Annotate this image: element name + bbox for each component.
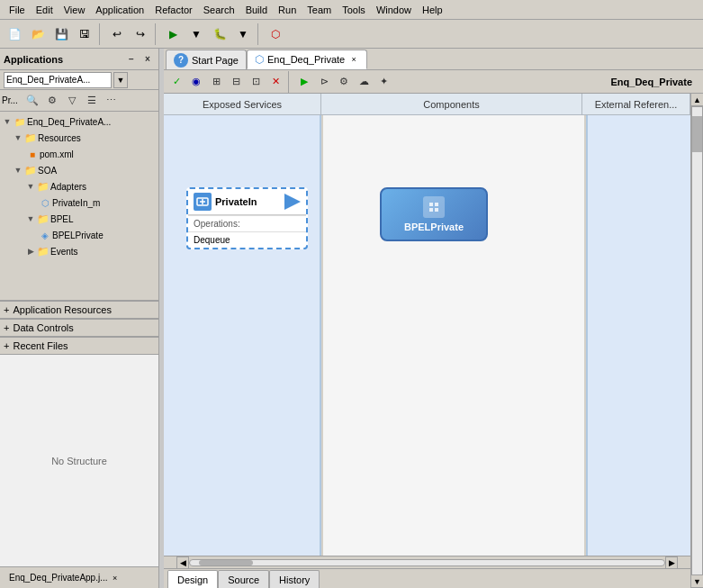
svg-rect-6 <box>435 208 438 212</box>
tree-item-adapters[interactable]: ▼ 📁 Adapters <box>0 178 158 194</box>
compare2-btn[interactable]: ⊡ <box>247 73 265 91</box>
applications-title: Applications <box>4 54 63 65</box>
v-scrollbar-thumb[interactable] <box>692 116 702 152</box>
wifi-btn[interactable]: ◉ <box>187 73 205 91</box>
tree-pom-label: pom.xml <box>40 149 74 159</box>
run-flow-btn[interactable]: ▶ <box>295 73 313 91</box>
debug-btn[interactable]: 🐛 <box>209 23 230 45</box>
tree-view: ▼ 📁 Enq_Deq_PrivateA... ▼ 📁 Resources ■ … <box>0 112 158 300</box>
toggle-bpel[interactable]: ▼ <box>25 213 36 224</box>
save-all-btn[interactable]: 🖫 <box>74 23 95 45</box>
tree-resources-label: Resources <box>38 133 81 143</box>
no-structure-text: No Structure <box>51 456 107 466</box>
scroll-left-btn[interactable]: ◀ <box>176 556 189 569</box>
toggle-events[interactable]: ▶ <box>25 246 36 257</box>
tree-item-bpelprivate[interactable]: ◈ BPELPrivate <box>0 227 158 243</box>
deploy-btn[interactable]: ⬡ <box>265 23 286 45</box>
debug-dropdown-btn[interactable]: ▼ <box>232 23 254 45</box>
tree-item-pom[interactable]: ■ pom.xml <box>0 146 158 162</box>
menu-team[interactable]: Team <box>302 3 337 17</box>
menu-view[interactable]: View <box>59 3 91 17</box>
tree-item-events[interactable]: ▶ 📁 Events <box>0 243 158 259</box>
tree-more-btn[interactable]: ⋯ <box>103 92 121 110</box>
toggle-resources[interactable]: ▼ <box>13 132 23 143</box>
tree-layout-btn[interactable]: ☰ <box>83 92 101 110</box>
app-resources-header[interactable]: + Application Resources <box>0 301 158 319</box>
star-btn[interactable]: ✦ <box>374 73 392 91</box>
tab-source[interactable]: Source <box>218 570 269 588</box>
app-dropdown[interactable]: Enq_Deq_PrivateA... <box>4 72 112 88</box>
menu-window[interactable]: Window <box>371 3 417 17</box>
menu-edit[interactable]: Edit <box>31 3 59 17</box>
app-dropdown-arrow[interactable]: ▼ <box>113 72 128 88</box>
recent-files-header[interactable]: + Recent Files <box>0 337 158 355</box>
menu-tools[interactable]: Tools <box>337 3 371 17</box>
tree-item-bpel[interactable]: ▼ 📁 BPEL <box>0 211 158 227</box>
tree-settings-btn[interactable]: ⚙ <box>43 92 61 110</box>
privatein-arrow-btn[interactable] <box>284 194 301 210</box>
tab-history[interactable]: History <box>269 570 320 588</box>
data-controls-header[interactable]: + Data Controls <box>0 319 158 337</box>
validate-btn[interactable]: ✓ <box>167 73 185 91</box>
settings2-btn[interactable]: ⚙ <box>335 73 353 91</box>
toggle-root[interactable]: ▼ <box>2 116 13 127</box>
tree-events-label: Events <box>50 247 78 257</box>
enq-deq-tab-label: Enq_Deq_Private <box>267 54 345 65</box>
exposed-services-section <box>164 115 321 556</box>
tree-search-btn[interactable]: 🔍 <box>23 92 41 110</box>
tree-adapters-label: Adapters <box>50 182 86 192</box>
minimize-apps-btn[interactable]: − <box>124 52 139 67</box>
forward-btn[interactable]: ↪ <box>130 23 151 45</box>
delete-btn[interactable]: ✕ <box>266 73 284 91</box>
menu-refactor[interactable]: Refactor <box>149 3 198 17</box>
run-green-btn[interactable]: ▶ <box>162 23 184 45</box>
scroll-down-btn[interactable]: ▼ <box>691 575 704 588</box>
bpel-component[interactable]: BPELPrivate <box>380 187 488 241</box>
toggle-soa[interactable]: ▼ <box>13 165 23 176</box>
scroll-up-btn[interactable]: ▲ <box>691 94 704 106</box>
tab-enq-deq[interactable]: ⬡ Enq_Deq_Private × <box>247 50 367 69</box>
close-apps-btn[interactable]: × <box>140 52 155 67</box>
h-scrollbar-track[interactable] <box>189 559 665 566</box>
app-selector: Enq_Deq_PrivateA... ▼ <box>0 70 158 90</box>
canvas-content[interactable]: PrivateIn Operations: Dequeue <box>164 115 690 556</box>
new-btn[interactable]: 📄 <box>4 23 25 45</box>
tab-start-page[interactable]: ? Start Page <box>166 50 247 69</box>
tab-source-label: Source <box>228 574 259 585</box>
file-tab-enqdeq[interactable]: Enq_Deq_PrivateApp.j... × <box>4 571 126 585</box>
enq-deq-close-btn[interactable]: × <box>348 54 359 65</box>
file-tab-close-btn[interactable]: × <box>110 573 121 583</box>
tree-item-root[interactable]: ▼ 📁 Enq_Deq_PrivateA... <box>0 113 158 130</box>
compare-btn[interactable]: ⊟ <box>227 73 245 91</box>
menu-application[interactable]: Application <box>90 3 149 17</box>
tree-item-soa[interactable]: ▼ 📁 SOA <box>0 162 158 178</box>
tab-design[interactable]: Design <box>167 570 218 588</box>
toggle-adapters[interactable]: ▼ <box>25 181 36 192</box>
menu-search[interactable]: Search <box>198 3 240 17</box>
menu-build[interactable]: Build <box>240 3 273 17</box>
tree-item-resources[interactable]: ▼ 📁 Resources <box>0 130 158 146</box>
menu-run[interactable]: Run <box>273 3 302 17</box>
tree-item-privatein[interactable]: ⬡ PrivateIn_m <box>0 194 158 211</box>
h-scrollbar-thumb[interactable] <box>199 560 253 565</box>
menu-help[interactable]: Help <box>417 3 448 17</box>
col-components: Components <box>321 94 582 114</box>
privatein-title: PrivateIn <box>215 196 257 207</box>
snapshot-btn[interactable]: ⊞ <box>207 73 225 91</box>
back-btn[interactable]: ↩ <box>106 23 128 45</box>
v-scrollbar: ▲ ▼ <box>690 94 703 588</box>
sep1 <box>99 23 103 45</box>
scroll-right-btn[interactable]: ▶ <box>665 556 678 569</box>
open-btn[interactable]: 📂 <box>27 23 49 45</box>
run-dropdown-btn[interactable]: ▼ <box>185 23 207 45</box>
save-btn[interactable]: 💾 <box>50 23 72 45</box>
menu-file[interactable]: File <box>4 3 31 17</box>
bottom-tabs: Design Source History <box>164 568 690 588</box>
cloud-btn[interactable]: ☁ <box>355 73 373 91</box>
sep2 <box>155 23 158 45</box>
tree-filter-btn[interactable]: ▽ <box>63 92 81 110</box>
privatein-component[interactable]: PrivateIn Operations: Dequeue <box>186 187 308 249</box>
run-test-btn[interactable]: ⊳ <box>315 73 333 91</box>
v-scrollbar-track[interactable] <box>691 106 703 575</box>
column-headers: Exposed Services Components External Ref… <box>164 94 690 115</box>
